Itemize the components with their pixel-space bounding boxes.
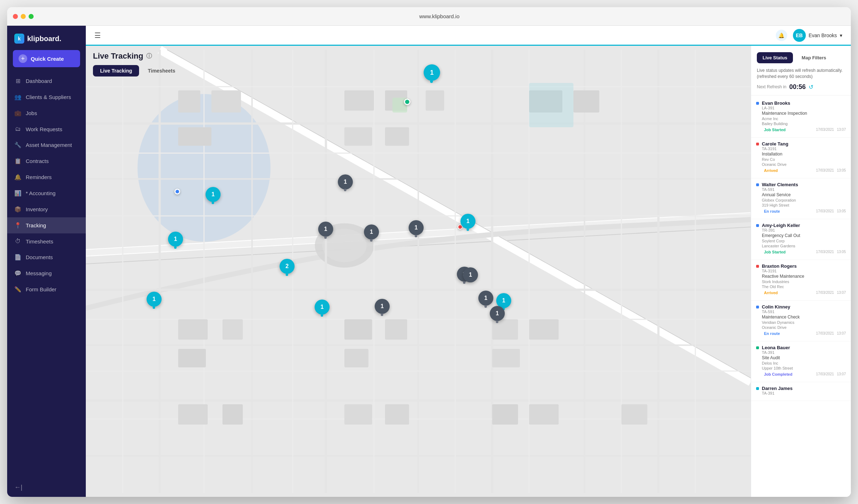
- marker-dot-12: [321, 314, 323, 317]
- status-badge: Job Started: [762, 249, 788, 255]
- sidebar-item-messaging[interactable]: 💬 Messaging: [7, 265, 86, 281]
- sidebar-item-label: Documents: [26, 254, 53, 260]
- map-marker-12[interactable]: 1: [315, 300, 330, 315]
- refresh-timer: 00:56: [789, 83, 806, 91]
- quick-create-label: Quick Create: [31, 56, 64, 62]
- map-marker-17[interactable]: 1: [490, 306, 505, 321]
- svg-rect-36: [178, 90, 200, 113]
- status-time: 17/03/2021 13:07: [816, 331, 846, 335]
- status-list-item[interactable]: Darren James TA-391: [751, 382, 851, 401]
- map-marker-14[interactable]: 1: [463, 267, 478, 282]
- status-time: 17/03/2021 13:07: [816, 291, 846, 295]
- sidebar-item-label: Messaging: [26, 270, 52, 276]
- status-color-indicator: [756, 306, 759, 308]
- sidebar-item-clients[interactable]: 👥 Clients & Suppliers: [7, 89, 86, 105]
- map-marker-15[interactable]: 1: [478, 291, 493, 306]
- rp-description: Live status updates will refresh automat…: [757, 68, 845, 80]
- sidebar-item-label: Contracts: [26, 158, 49, 164]
- sidebar-item-contracts[interactable]: 📋 Contracts: [7, 153, 86, 169]
- sidebar-item-label: Tracking: [26, 222, 46, 228]
- map-info-icon[interactable]: ⓘ: [146, 53, 152, 60]
- status-list-item[interactable]: Braxton Rogers TA-3191 Reactive Maintena…: [751, 260, 851, 301]
- map-marker-4[interactable]: 1: [168, 232, 183, 247]
- sidebar-item-documents[interactable]: 📄 Documents: [7, 249, 86, 265]
- status-job: Site Audit: [762, 355, 846, 360]
- sidebar-item-timesheets[interactable]: ⏱ Timesheets: [7, 233, 86, 249]
- sidebar-item-dashboard[interactable]: ⊞ Dashboard: [7, 73, 86, 89]
- rp-tab-map-filters[interactable]: Map Filters: [796, 52, 832, 63]
- hamburger-icon[interactable]: ☰: [94, 31, 101, 40]
- rp-tab-live-status[interactable]: Live Status: [757, 52, 793, 63]
- sidebar-collapse-button[interactable]: ←|: [7, 478, 86, 497]
- timesheets-icon: ⏱: [14, 238, 21, 244]
- logo-text: klipboard.: [27, 35, 61, 43]
- status-item-content: Darren James TA-391: [762, 386, 846, 396]
- map-marker-7[interactable]: 1: [409, 220, 424, 235]
- notifications-icon[interactable]: 🔔: [776, 30, 787, 41]
- status-item-content: Walter Clements TA-591 Annual ServiceGlo…: [762, 182, 846, 214]
- sidebar-item-label: Reminders: [26, 174, 52, 180]
- status-company: Globex Corporation: [762, 198, 846, 202]
- map-marker-2[interactable]: 1: [206, 187, 221, 202]
- status-job: Reactive Maintenance: [762, 274, 846, 279]
- status-ta: TA-3191: [762, 147, 846, 151]
- refresh-icon[interactable]: ↺: [809, 84, 813, 90]
- status-footer: Job Completed 17/03/2021 13:07: [762, 371, 846, 377]
- asset-icon: 🔧: [14, 142, 21, 148]
- url-bar[interactable]: www.klipboard.io: [34, 13, 845, 19]
- map-marker-6[interactable]: 1: [364, 224, 379, 239]
- sidebar-item-tracking[interactable]: 📍 Tracking: [7, 217, 86, 233]
- blue-user-dot: [174, 189, 180, 194]
- sidebar-item-form-builder[interactable]: ✏️ Form Builder: [7, 281, 86, 297]
- status-company: Acme Inc: [762, 117, 846, 121]
- svg-rect-44: [344, 127, 372, 146]
- user-menu[interactable]: EB Evan Brooks ▾: [793, 29, 842, 42]
- topbar: ☰ 🔔 EB Evan Brooks ▾: [86, 26, 851, 46]
- map-marker-11[interactable]: 1: [147, 292, 162, 307]
- minimize-button[interactable]: [21, 14, 26, 19]
- sidebar-item-work-requests[interactable]: 🗂 Work Requests: [7, 121, 86, 137]
- sidebar-item-reminders[interactable]: 🔔 Reminders: [7, 169, 86, 185]
- quick-create-button[interactable]: + Quick Create: [13, 50, 80, 67]
- map-marker-13[interactable]: 1: [375, 299, 390, 314]
- status-job: Maintenance Inspection: [762, 111, 846, 116]
- status-list-item[interactable]: Walter Clements TA-591 Annual ServiceGlo…: [751, 178, 851, 219]
- sidebar-item-asset-management[interactable]: 🔧 Asset Management: [7, 137, 86, 153]
- tab-timesheets[interactable]: Timesheets: [140, 65, 182, 76]
- inventory-icon: 📦: [14, 206, 21, 213]
- sidebar-item-inventory[interactable]: 📦 Inventory: [7, 201, 86, 217]
- status-list-item[interactable]: Leona Bauer TA-391 Site AuditDelos IncUp…: [751, 341, 851, 382]
- status-color-indicator: [756, 265, 759, 268]
- map-marker-3[interactable]: 1: [338, 174, 353, 189]
- sidebar-item-accounting[interactable]: 📊 * Accounting: [7, 185, 86, 201]
- status-time: 17/03/2021 13:05: [816, 250, 846, 254]
- map-marker-5[interactable]: 1: [318, 222, 333, 237]
- maximize-button[interactable]: [29, 14, 34, 19]
- status-item-content: Braxton Rogers TA-3191 Reactive Maintena…: [762, 263, 846, 296]
- svg-rect-39: [344, 90, 374, 111]
- sidebar-item-jobs[interactable]: 💼 Jobs: [7, 105, 86, 121]
- status-list-item[interactable]: Carole Tang TA-3191 InstallationRev CoOc…: [751, 138, 851, 178]
- map-background: [86, 46, 751, 497]
- status-color-indicator: [756, 102, 759, 105]
- tab-live-tracking[interactable]: Live Tracking: [93, 65, 139, 76]
- status-list-item[interactable]: Evan Brooks LA-391 Maintenance Inspectio…: [751, 97, 851, 138]
- status-footer: Job Started 17/03/2021 13:05: [762, 249, 846, 255]
- marker-dot-5: [324, 236, 327, 239]
- logo-icon: k: [14, 34, 24, 44]
- map-marker-8[interactable]: 2: [280, 259, 295, 274]
- map-marker-9[interactable]: 1: [460, 214, 475, 229]
- map-area: 1 1 1 1 1 1: [86, 46, 751, 497]
- sidebar-item-label: Asset Management: [26, 142, 72, 148]
- avatar: EB: [793, 29, 806, 42]
- status-location: Oceanic Drive: [762, 325, 846, 330]
- status-person-name: Darren James: [762, 386, 846, 391]
- close-button[interactable]: [13, 14, 18, 19]
- status-list-item[interactable]: Amy-Leigh Keller TR-391 Emergency Call O…: [751, 219, 851, 260]
- reminders-icon: 🔔: [14, 174, 21, 181]
- status-list-item[interactable]: Colin Kinney TA-591 Maintenance CheckVer…: [751, 301, 851, 341]
- svg-rect-58: [385, 404, 409, 425]
- map-title-text: Live Tracking: [93, 51, 143, 61]
- svg-rect-53: [344, 349, 368, 367]
- status-item-content: Evan Brooks LA-391 Maintenance Inspectio…: [762, 100, 846, 133]
